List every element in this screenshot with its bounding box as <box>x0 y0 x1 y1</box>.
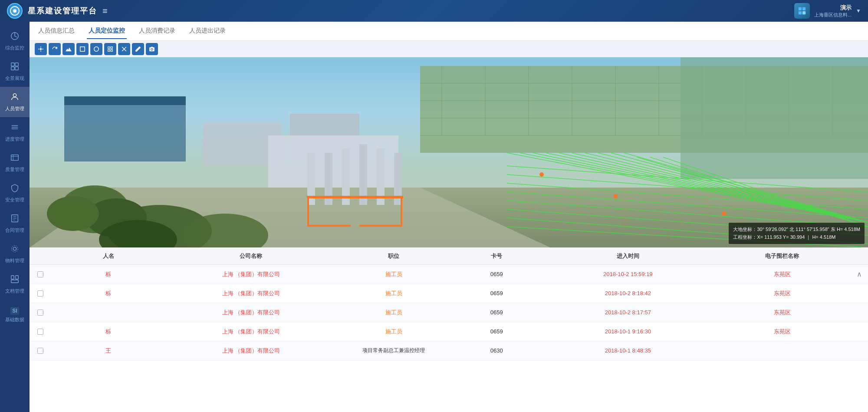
tool-clear[interactable] <box>118 43 130 55</box>
coord-line2: 工程坐标：X= 111.953 Y= 30.994 ｜ H= 4.518M <box>733 233 860 241</box>
svg-rect-66 <box>307 196 403 198</box>
scene-svg: N S <box>30 57 868 247</box>
table-header: 人名 公司名称 职位 卡号 进入时间 电子围栏名称 <box>30 247 868 265</box>
svg-point-94 <box>722 211 726 216</box>
sidebar-item-materials[interactable]: 物料管理 <box>0 239 30 269</box>
svg-rect-29 <box>108 46 110 48</box>
tool-circle[interactable] <box>90 43 102 55</box>
row1-name: 栎 <box>51 270 165 278</box>
docs-icon <box>10 274 20 286</box>
row5-position: 项目常务副总工兼温控经理 <box>337 347 451 354</box>
row1-collapse[interactable]: ∧ <box>851 270 868 278</box>
table-row: 王 上海 （集团）有限公司 项目常务副总工兼温控经理 0630 2018-10-… <box>30 341 868 360</box>
row2-position: 施工员 <box>337 290 451 297</box>
panorama-icon <box>10 62 20 73</box>
svg-rect-0 <box>799 7 802 10</box>
svg-rect-31 <box>108 49 110 51</box>
svg-rect-23 <box>16 276 18 279</box>
header-right: 演示 上海垂区信息料... ▼ <box>794 3 861 19</box>
coord-line1: 大地坐标：30° 59'26.092" 北 111° 57'15.958" 东 … <box>733 225 860 234</box>
tool-screenshot[interactable] <box>146 43 158 55</box>
row3-company: 上海 （集团）有限公司 <box>165 309 337 316</box>
row2-checkbox[interactable] <box>30 290 51 297</box>
tool-grid[interactable] <box>104 43 116 55</box>
sidebar-item-overview[interactable]: 综合监控 <box>0 26 30 56</box>
row1-time: 2018-10-2 15:59:19 <box>542 271 714 277</box>
svg-rect-3 <box>802 11 806 14</box>
svg-point-26 <box>40 48 42 50</box>
svg-rect-32 <box>111 49 112 51</box>
row1-position: 施工员 <box>337 270 451 278</box>
col-header-time: 进入时间 <box>542 252 714 260</box>
sidebar-label-panorama: 全景展现 <box>5 75 24 82</box>
tool-rect[interactable] <box>76 43 89 55</box>
svg-rect-68 <box>307 225 351 227</box>
row2-company: 上海 （集团）有限公司 <box>165 290 337 297</box>
sidebar-item-personnel[interactable]: 人员管理 <box>0 87 30 117</box>
svg-rect-7 <box>11 67 14 70</box>
row4-position: 施工员 <box>337 328 451 336</box>
quality-icon <box>10 153 20 165</box>
svg-point-28 <box>94 46 99 51</box>
row3-checkbox[interactable] <box>30 310 51 316</box>
tool-terrain[interactable] <box>62 43 75 55</box>
user-avatar <box>794 3 810 19</box>
row1-checkbox[interactable] <box>30 271 51 277</box>
svg-rect-70 <box>359 225 402 227</box>
row5-checkbox[interactable] <box>30 348 51 354</box>
sidebar-item-docs[interactable]: 文档管理 <box>0 269 30 300</box>
sidebar-item-panorama[interactable]: 全景展现 <box>0 56 30 87</box>
sidebar-item-basic[interactable]: SI 基础数据 <box>0 300 30 330</box>
table-row: 上海 （集团）有限公司 施工员 0659 2018-10-2 8:17:57 东… <box>30 303 868 322</box>
sidebar-label-contract: 合同管理 <box>5 227 24 234</box>
tab-entry-exit[interactable]: 人员进出记录 <box>187 23 227 39</box>
3d-viewport[interactable]: N S 大地坐标：30° 59'26.092" 北 111° 57'15.958… <box>30 57 868 247</box>
svg-rect-13 <box>11 155 19 161</box>
row1-fence: 东苑区 <box>713 270 851 278</box>
sidebar-item-progress[interactable]: 进度管理 <box>0 117 30 148</box>
tab-consumption[interactable]: 人员消费记录 <box>137 23 177 39</box>
svg-rect-53 <box>64 101 186 162</box>
row3-position: 施工员 <box>337 309 451 316</box>
sidebar-label-overview: 综合监控 <box>5 45 24 51</box>
row3-card: 0659 <box>451 309 542 316</box>
tab-location-monitor[interactable]: 人员定位监控 <box>87 23 127 39</box>
tool-edit[interactable] <box>132 43 144 55</box>
col-header-fence: 电子围栏名称 <box>713 252 851 260</box>
sidebar-label-progress: 进度管理 <box>5 136 24 142</box>
sidebar-label-quality: 质量管理 <box>5 166 24 173</box>
svg-rect-1 <box>802 7 806 10</box>
user-dropdown-arrow[interactable]: ▼ <box>856 8 861 14</box>
hamburger-button[interactable]: ≡ <box>102 6 108 16</box>
sidebar: 综合监控 全景展现 人员管理 进度管理 质量管理 <box>0 22 30 412</box>
content-area: 人员信息汇总 人员定位监控 人员消费记录 人员进出记录 <box>30 22 868 412</box>
row2-card: 0659 <box>451 290 542 297</box>
svg-rect-52 <box>681 57 868 179</box>
svg-point-93 <box>613 194 618 198</box>
row2-time: 2018-10-2 8:18:42 <box>542 290 714 297</box>
header-left: 星系建设管理平台 ≡ <box>7 3 108 19</box>
svg-rect-67 <box>307 196 309 227</box>
sidebar-item-contract[interactable]: 合同管理 <box>0 208 30 239</box>
table-row: 栎 上海 （集团）有限公司 施工员 0659 2018-10-1 9:16:30… <box>30 322 868 341</box>
coordinate-display: 大地坐标：30° 59'26.092" 北 111° 57'15.958" 东 … <box>729 223 865 244</box>
svg-point-35 <box>151 48 153 50</box>
personnel-icon <box>10 92 20 104</box>
tool-refresh[interactable] <box>49 43 61 55</box>
row5-time: 2018-10-1 8:48:35 <box>542 347 714 354</box>
tabs-bar: 人员信息汇总 人员定位监控 人员消费记录 人员进出记录 <box>30 22 868 41</box>
tab-info-summary[interactable]: 人员信息汇总 <box>36 23 76 39</box>
svg-point-21 <box>12 246 18 252</box>
app-title: 星系建设管理平台 <box>28 6 97 16</box>
tool-locate[interactable] <box>35 43 47 55</box>
contract-icon <box>10 214 20 225</box>
sidebar-item-quality[interactable]: 质量管理 <box>0 148 30 178</box>
user-company: 上海垂区信息料... <box>814 12 852 18</box>
sidebar-label-basic: 基础数据 <box>5 316 24 323</box>
sidebar-item-safety[interactable]: 安全管理 <box>0 178 30 208</box>
row4-checkbox[interactable] <box>30 329 51 335</box>
svg-point-97 <box>47 196 99 231</box>
sidebar-label-personnel: 人员管理 <box>5 105 24 112</box>
svg-point-9 <box>13 94 16 97</box>
logo-icon <box>7 3 23 19</box>
